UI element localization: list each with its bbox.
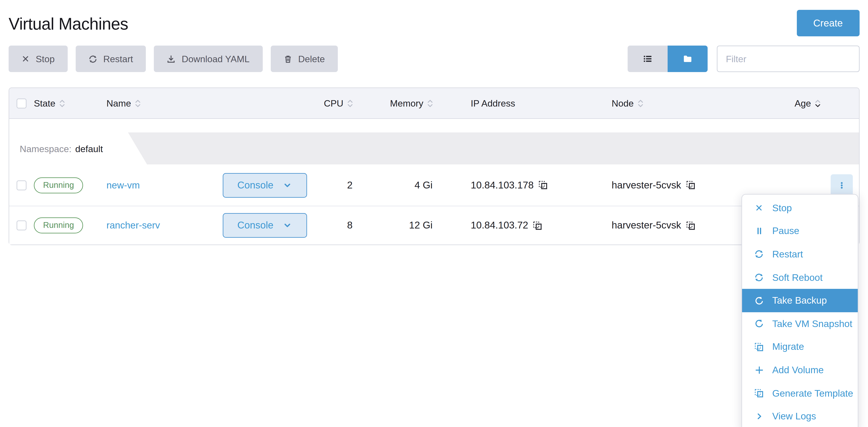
copy-icon bbox=[533, 221, 542, 230]
ip-address: 10.84.103.72 bbox=[471, 220, 528, 231]
menu-item-label: Take VM Snapshot bbox=[772, 318, 852, 329]
view-toggle-grouped[interactable] bbox=[668, 46, 707, 72]
column-header-node[interactable]: Node bbox=[609, 98, 735, 108]
copy-icon bbox=[686, 221, 695, 230]
menu-item-label: Stop bbox=[772, 202, 792, 214]
table-header-row: State Name CPU bbox=[9, 88, 859, 119]
chevron-down-icon bbox=[283, 181, 292, 190]
download-icon bbox=[167, 55, 176, 63]
stop-button[interactable]: Stop bbox=[9, 46, 68, 72]
filter-input[interactable] bbox=[717, 46, 859, 72]
row-actions-button[interactable] bbox=[831, 174, 852, 196]
column-header-age-label: Age bbox=[795, 98, 811, 108]
namespace-group-row: Namespace: default bbox=[9, 133, 859, 165]
sort-icon bbox=[428, 99, 433, 107]
plus-icon bbox=[754, 366, 764, 374]
namespace-value: default bbox=[75, 143, 103, 154]
view-toggle-list[interactable] bbox=[627, 46, 668, 72]
column-header-memory-label: Memory bbox=[390, 98, 423, 108]
menu-item-soft-reboot[interactable]: Soft Reboot bbox=[742, 266, 858, 289]
angle-right-icon bbox=[754, 412, 764, 421]
view-toggle bbox=[627, 46, 707, 72]
menu-item-label: Migrate bbox=[772, 341, 804, 352]
menu-item-pause[interactable]: Pause bbox=[742, 220, 858, 243]
menu-item-label: View Logs bbox=[772, 411, 816, 422]
restart-button[interactable]: Restart bbox=[76, 46, 146, 72]
sort-icon-descending bbox=[815, 99, 820, 107]
delete-button[interactable]: Delete bbox=[271, 46, 338, 72]
delete-button-label: Delete bbox=[298, 54, 325, 64]
dots-vertical-icon bbox=[837, 181, 846, 190]
trash-icon bbox=[283, 55, 292, 63]
refresh-icon bbox=[754, 273, 764, 282]
table-row: Running new-vm Console 2 4 Gi 10.84.103.… bbox=[9, 165, 859, 206]
stop-button-label: Stop bbox=[36, 54, 55, 64]
column-header-name-label: Name bbox=[106, 98, 131, 108]
menu-item-label: Pause bbox=[772, 226, 799, 237]
sort-icon bbox=[348, 99, 352, 107]
vm-table: State Name CPU bbox=[9, 87, 859, 245]
cpu-cell: 2 bbox=[317, 180, 360, 191]
cpu-cell: 8 bbox=[317, 220, 360, 231]
menu-item-label: Restart bbox=[772, 249, 803, 260]
download-yaml-button[interactable]: Download YAML bbox=[154, 46, 262, 72]
menu-item-migrate[interactable]: Migrate bbox=[742, 336, 858, 359]
table-spacer bbox=[9, 119, 859, 133]
copy-node-button[interactable] bbox=[686, 221, 695, 230]
refresh-icon bbox=[89, 55, 97, 63]
menu-item-add-volume[interactable]: Add Volume bbox=[742, 359, 858, 381]
folder-icon bbox=[683, 54, 692, 63]
menu-item-take-vm-snapshot[interactable]: Take VM Snapshot bbox=[742, 312, 858, 336]
view-controls bbox=[627, 46, 859, 72]
column-header-state-label: State bbox=[34, 98, 55, 108]
row-checkbox[interactable] bbox=[17, 221, 27, 230]
sort-icon bbox=[135, 99, 140, 107]
node-name: harvester-5cvsk bbox=[612, 180, 681, 191]
chevron-down-icon bbox=[283, 221, 292, 230]
column-header-name[interactable]: Name bbox=[95, 98, 212, 108]
console-button-label: Console bbox=[237, 180, 273, 191]
column-header-memory[interactable]: Memory bbox=[360, 98, 440, 108]
vm-name-link[interactable]: new-vm bbox=[106, 180, 140, 191]
copy-ip-button[interactable] bbox=[538, 180, 548, 190]
memory-cell: 12 Gi bbox=[360, 220, 440, 231]
column-header-state[interactable]: State bbox=[34, 98, 95, 108]
column-header-age[interactable]: Age bbox=[735, 98, 828, 108]
snapshot-icon bbox=[754, 319, 764, 329]
memory-cell: 4 Gi bbox=[360, 180, 440, 191]
console-button[interactable]: Console bbox=[222, 173, 307, 198]
copy-node-button[interactable] bbox=[686, 180, 695, 190]
menu-item-view-logs[interactable]: View Logs bbox=[742, 405, 858, 427]
column-header-ip: IP Address bbox=[440, 98, 609, 108]
copy-icon bbox=[754, 342, 764, 352]
x-icon bbox=[754, 204, 764, 212]
console-button[interactable]: Console bbox=[222, 213, 307, 238]
sort-icon bbox=[638, 99, 643, 107]
ip-address: 10.84.103.178 bbox=[471, 180, 534, 191]
menu-item-restart[interactable]: Restart bbox=[742, 243, 858, 266]
menu-item-label: Generate Template bbox=[772, 388, 853, 399]
column-header-cpu-label: CPU bbox=[324, 98, 343, 108]
menu-item-take-backup[interactable]: Take Backup bbox=[742, 289, 858, 312]
menu-item-label: Soft Reboot bbox=[772, 272, 823, 283]
select-all-checkbox[interactable] bbox=[17, 98, 27, 108]
column-header-ip-label: IP Address bbox=[471, 98, 515, 108]
copy-icon bbox=[538, 180, 548, 190]
list-icon bbox=[643, 54, 652, 63]
menu-item-stop[interactable]: Stop bbox=[742, 196, 858, 220]
vm-name-link[interactable]: rancher-serv bbox=[106, 220, 160, 231]
copy-icon bbox=[754, 389, 764, 398]
copy-ip-button[interactable] bbox=[533, 221, 542, 230]
refresh-icon bbox=[754, 250, 764, 259]
row-checkbox[interactable] bbox=[17, 180, 27, 190]
menu-item-label: Add Volume bbox=[772, 365, 824, 376]
status-badge: Running bbox=[34, 218, 83, 233]
backup-icon bbox=[754, 296, 764, 305]
column-header-cpu[interactable]: CPU bbox=[317, 98, 360, 108]
bulk-actions: Stop Restart Download YAML Delete bbox=[9, 46, 338, 72]
page-header: Virtual Machines Create bbox=[0, 0, 868, 36]
menu-item-generate-template[interactable]: Generate Template bbox=[742, 381, 858, 405]
create-button[interactable]: Create bbox=[797, 10, 859, 36]
row-actions-menu: Stop Pause Restart Soft Reboot Take Back… bbox=[741, 194, 858, 427]
sort-icon bbox=[60, 99, 65, 107]
